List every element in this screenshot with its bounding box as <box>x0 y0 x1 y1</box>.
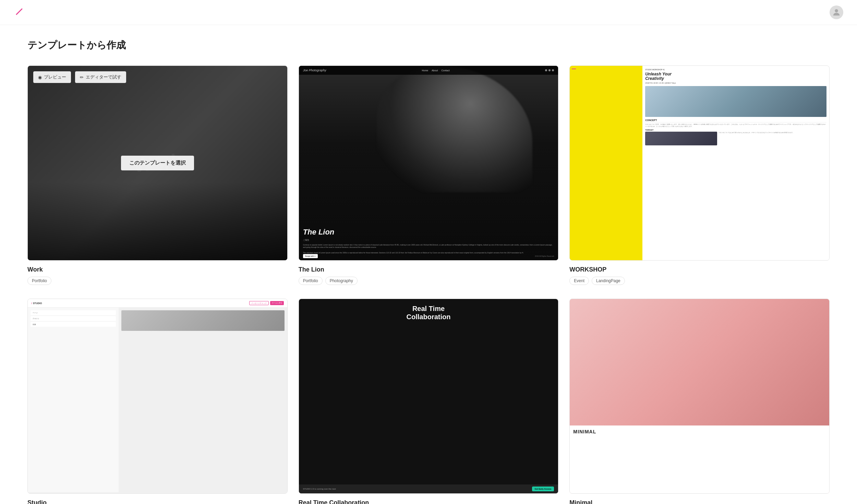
work-name: Work <box>27 266 288 273</box>
pink-preview-button[interactable]: ◉ プレビュー <box>575 304 613 316</box>
template-card-realtime[interactable]: Real TimeCollaboration STUDIO 2.0 is com… <box>299 299 559 504</box>
eye-icon: ◉ <box>38 75 42 80</box>
pencil-icon-studio: ✏ <box>80 308 84 313</box>
lion-tag-portfolio[interactable]: Portfolio <box>299 277 323 285</box>
thumbnail-lion[interactable]: Joe Photography Home About Contact <box>299 65 559 261</box>
realtime-editor-button[interactable]: ✏ エディターで試す <box>346 304 397 316</box>
template-card-workshop[interactable]: STUDIO WORKSHOP #1 Unleash YourCreativit… <box>569 65 830 285</box>
pencil-icon-realtime: ✏ <box>351 308 355 313</box>
pink-editor-label: エディターで試す <box>628 307 663 313</box>
realtime-preview-button[interactable]: ◉ プレビュー <box>304 304 342 316</box>
realtime-preview-label: プレビュー <box>315 307 337 313</box>
pink-preview-label: プレビュー <box>586 307 608 313</box>
thumbnail-workshop[interactable]: STUDIO WORKSHOP #1 Unleash YourCreativit… <box>569 65 830 261</box>
studio-preview-button[interactable]: ◉ プレビュー <box>33 304 71 316</box>
realtime-name: Real Time Collaboration <box>299 499 559 504</box>
studio-editor-button[interactable]: ✏ エディターで試す <box>75 304 126 316</box>
thumbnail-realtime[interactable]: Real TimeCollaboration STUDIO 2.0 is com… <box>299 299 559 494</box>
editor-button[interactable]: ✏ エディターで試す <box>75 71 126 83</box>
svg-line-0 <box>16 9 22 14</box>
editor-label: エディターで試す <box>86 74 121 80</box>
studio-editor-label: エディターで試す <box>86 307 121 313</box>
pencil-icon: ✏ <box>80 75 84 80</box>
realtime-editor-label: エディターで試す <box>357 307 393 313</box>
workshop-editor-label: エディターで試す <box>628 74 663 80</box>
lion-preview-button[interactable]: ◉ プレビュー <box>304 71 342 83</box>
template-card-pink[interactable]: MINIMAL ◉ プレビュー ✏ エディターで試す Minimal Portf… <box>569 299 830 504</box>
logo[interactable] <box>14 6 25 19</box>
pencil-icon-workshop: ✏ <box>622 75 626 80</box>
pink-name: Minimal <box>569 499 830 504</box>
lion-editor-button[interactable]: ✏ エディターで試す <box>346 71 397 83</box>
select-template-button[interactable]: このテンプレートを選択 <box>121 156 194 170</box>
template-card-work[interactable]: Work ◉ プレビュー ✏ エディターで試す このテンプレー <box>27 65 288 285</box>
workshop-tag-event[interactable]: Event <box>569 277 589 285</box>
preview-button[interactable]: ◉ プレビュー <box>33 71 71 83</box>
thumbnail-studio[interactable]: / STUDIO メッセージチェック ホームに戻る ページ テキスト 画像 <box>27 299 288 494</box>
eye-icon-lion: ◉ <box>309 75 313 80</box>
pink-editor-button[interactable]: ✏ エディターで試す <box>617 304 668 316</box>
work-top-buttons: ◉ プレビュー ✏ エディターで試す <box>33 71 126 83</box>
eye-icon-workshop: ◉ <box>580 75 584 80</box>
preview-label: プレビュー <box>44 74 66 80</box>
work-tag-portfolio[interactable]: Portfolio <box>27 277 51 285</box>
workshop-name: WORKSHOP <box>569 266 830 273</box>
work-overlay: ◉ プレビュー ✏ エディターで試す このテンプレートを選択 <box>28 66 287 260</box>
template-card-studio[interactable]: / STUDIO メッセージチェック ホームに戻る ページ テキスト 画像 <box>27 299 288 504</box>
header <box>0 0 857 25</box>
workshop-preview-label: プレビュー <box>586 74 608 80</box>
workshop-editor-button[interactable]: ✏ エディターで試す <box>617 71 668 83</box>
avatar[interactable] <box>830 5 843 19</box>
main-content: テンプレートから作成 Work ◉ プレビュー ✏ <box>0 25 857 504</box>
workshop-preview-button[interactable]: ◉ プレビュー <box>575 71 613 83</box>
lion-tags: Portfolio Photography <box>299 277 559 285</box>
template-card-lion[interactable]: Joe Photography Home About Contact <box>299 65 559 285</box>
lion-editor-label: エディターで試す <box>357 74 393 80</box>
work-tags: Portfolio <box>27 277 288 285</box>
workshop-tags: Event LandingPage <box>569 277 830 285</box>
template-grid: Work ◉ プレビュー ✏ エディターで試す このテンプレー <box>27 65 830 504</box>
pencil-icon-pink: ✏ <box>622 308 626 313</box>
thumbnail-work[interactable]: Work ◉ プレビュー ✏ エディターで試す このテンプレー <box>27 65 288 261</box>
eye-icon-pink: ◉ <box>580 308 584 313</box>
eye-icon-studio: ◉ <box>38 308 42 313</box>
lion-name: The Lion <box>299 266 559 273</box>
eye-icon-realtime: ◉ <box>309 308 313 313</box>
workshop-tag-landingpage[interactable]: LandingPage <box>592 277 625 285</box>
page-title: テンプレートから作成 <box>27 39 830 52</box>
thumbnail-pink[interactable]: MINIMAL ◉ プレビュー ✏ エディターで試す <box>569 299 830 494</box>
svg-point-1 <box>835 9 838 12</box>
lion-preview-label: プレビュー <box>315 74 337 80</box>
studio-preview-label: プレビュー <box>44 307 66 313</box>
lion-tag-photography[interactable]: Photography <box>325 277 358 285</box>
pencil-icon-lion: ✏ <box>351 75 355 80</box>
studio-name: Studio <box>27 499 288 504</box>
